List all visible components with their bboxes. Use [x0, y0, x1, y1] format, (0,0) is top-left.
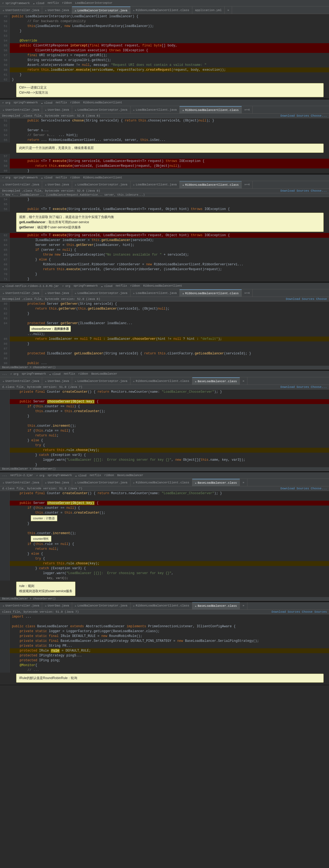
annotation-ctrl-hint: Ctrl+----进接口定义Ctrl+Alt--->实现方法	[16, 83, 324, 97]
code-line-59: 59 Assert.state(serviceName != null, mes…	[0, 63, 329, 67]
code-line-62: 62 }	[0, 77, 329, 82]
c6-306: }	[0, 521, 329, 526]
tab3-lbinterceptor[interactable]: ☕LoadBalancerInterceptor.java	[72, 181, 130, 189]
c5-312: return this.rule.choose(key);	[0, 448, 329, 453]
tab4-more[interactable]: »+4	[242, 289, 253, 297]
download-link-4[interactable]: Download Sources Choose	[286, 298, 327, 301]
c7-f9: // ...	[0, 668, 329, 673]
tab6-userctr[interactable]: ☕UserController.java	[0, 479, 42, 486]
section-1: ⚡ springFramework ☁ cloud netflix ribbon…	[0, 0, 329, 99]
download-link-7[interactable]: Download Sources Choose Sources	[271, 610, 327, 614]
tab3-lbclient[interactable]: ☕LoadBalancerClient.java	[130, 181, 180, 189]
tab-userdao[interactable]: ☕UserDao.java	[42, 6, 72, 14]
tab5-more[interactable]: »	[240, 377, 247, 385]
c3b-l67: 67 } else {	[0, 257, 329, 262]
tab4-lbclient[interactable]: ☕LoadBalancerClient.java	[130, 289, 180, 297]
c2b-l60: 60 }	[0, 168, 329, 173]
c7-f1: private static logger = LoggerFactory.ge…	[0, 629, 329, 634]
tab4-ribbonclient[interactable]: ☕RibbonLoadBalancerClient.class	[180, 289, 241, 297]
download-link-6[interactable]: Download Sources Choose...	[280, 487, 327, 490]
path-header-6: ... netflix-2.1jar ⚡ org springframework…	[0, 472, 329, 479]
code-line-50: 50 // For backwards compatibility	[0, 19, 329, 24]
tab5-userctr[interactable]: ☕UserController.java	[0, 377, 42, 385]
tab-bar-5: ☕UserController.java ☕UserDao.java ☕Load…	[0, 377, 329, 385]
code-line-61: 61 }	[0, 72, 329, 77]
tab3-ribbonclient[interactable]: ☕RibbonLoadBalancerClient.class	[180, 181, 241, 189]
status-bar-2: Decompiled .class file, bytecode version…	[0, 114, 329, 118]
c6-301: private final Counter createCounter() { …	[0, 491, 329, 496]
c5-302: public Server chooseServer(Object key) {	[0, 399, 329, 404]
c3b-l68: 68 RibbonLoadBalancerClient.RibbonServer…	[0, 262, 329, 267]
tab7-lbinterceptor[interactable]: ☕LoadBalancerInterceptor.java	[72, 602, 130, 610]
c5-305: }	[0, 414, 329, 418]
tab7-userctr[interactable]: ☕UserController.java	[0, 602, 42, 610]
c6-312: try {	[0, 556, 329, 561]
tab3-more[interactable]: »+4	[242, 181, 253, 189]
tab5-userdao[interactable]: ☕UserDao.java	[42, 377, 72, 385]
tab4-lbinterceptor[interactable]: ☕LoadBalancerInterceptor.java	[72, 289, 130, 297]
status-bar-4: Decompiled .class file, bytecode version…	[0, 297, 329, 302]
c6-308: this.counter.increment(); counter增长	[0, 531, 329, 542]
c2b-l58: 58 public <T> T execute(String serviceId…	[0, 159, 329, 163]
tab-more1[interactable]: »	[225, 6, 232, 14]
status-bar-6: d.class file, bytecode version: 51.0 (Ja…	[0, 486, 329, 491]
c4-l87: 87	[0, 346, 329, 351]
download-link-3[interactable]: Download Sources Choose...	[280, 189, 327, 192]
c7-f7: protected IPing ping;	[0, 658, 329, 663]
c4-l81: 81 return this.getServer(this.getLoadBal…	[0, 306, 329, 311]
c6-311: } else {	[0, 551, 329, 556]
tab4-userctr[interactable]: ☕UserController.java	[0, 289, 42, 297]
c5-315: }	[0, 462, 329, 467]
tab-bar-2: ☕UserController.java ☕UserDao.java ☕Load…	[0, 106, 329, 114]
tab-loadbalancerinterceptor[interactable]: ☕LoadBalancerInterceptor.java	[72, 6, 130, 14]
section-2: ⚡ org springframework ☁ cloud netflix ri…	[0, 100, 329, 174]
tab7-more[interactable]: »	[240, 602, 247, 610]
download-link-2[interactable]: Download Sources Choose...	[280, 114, 327, 117]
c5-311: try {	[0, 443, 329, 448]
code-line-55: 55 public ClientHttpResponse intercept(f…	[0, 43, 329, 48]
tab2-lbclient[interactable]: ☕LoadBalancerClient.java	[130, 106, 180, 114]
tab5-basebalancer[interactable]: ☕BaseLoadBalancer.class	[192, 377, 240, 385]
tab5-ribbonclient[interactable]: ☕RibbonLoadBalancerClient.class	[130, 377, 192, 385]
tab3-userctr[interactable]: ☕UserController.java	[0, 181, 42, 189]
c5-314: logger.warn("LoadBalancer [{}]: Error ch…	[0, 458, 329, 462]
c7-f2: private static final IRule DEFAULT_RULE …	[0, 634, 329, 639]
code-line-53: 53	[0, 33, 329, 38]
code-line-56: 56 ClientHttpRequestExecution execution)…	[0, 48, 329, 53]
tab-ribbonclient1[interactable]: ☕RibbonLoadBalancerClient.class	[130, 6, 192, 14]
c7-f5: protected IRule rule = DEFAULT_RULE;	[0, 648, 329, 653]
annotation-observe: 观察，细个方法获取 到了端口，就是在这个方法中实现了负载均衡 getLoadBa…	[16, 213, 324, 232]
tab3-userdao[interactable]: ☕UserDao.java	[42, 181, 72, 189]
tab-usercontroller[interactable]: ☕UserController.java	[0, 6, 42, 14]
download-link-5[interactable]: Download Sources Choose...	[280, 385, 327, 389]
code-area-4: 80 protected Server getServer(String ser…	[0, 302, 329, 366]
tab2-lbinterceptor[interactable]: ☕LoadBalancerInterceptor.java	[72, 106, 130, 114]
c6-313: return this.rule.choose(key);	[0, 561, 329, 566]
code-line-58: 58 String serviceName = originalUri.getH…	[0, 58, 329, 63]
tab6-basebalancer[interactable]: ☕BaseLoadBalancer.class	[192, 479, 240, 486]
tab2-userdao[interactable]: ☕UserDao.java	[42, 106, 72, 114]
tab7-userdao[interactable]: ☕UserDao.java	[42, 602, 72, 610]
tab2-userctr[interactable]: ☕UserController.java	[0, 106, 42, 114]
tab2-ribbonclient[interactable]: ☕RibbonLoadBalancerClient.class	[180, 106, 241, 114]
c3b-l70: 70 }	[0, 272, 329, 277]
tab2-more[interactable]: »+4	[242, 106, 253, 114]
code-area-2b: 57 58 public <T> T execute(String servic…	[0, 154, 329, 173]
tab-bar-1: ☕UserController.java ☕UserDao.java ☕Load…	[0, 6, 329, 14]
c7-f8: @Monitor{	[0, 663, 329, 668]
tab-appyml1[interactable]: application.yml	[192, 6, 225, 14]
tab7-ribbonclient[interactable]: ☕RibbonLoadBalancerClient.class	[130, 602, 192, 610]
code-area-3: 54 } 55 56 public <T> T execute(String s…	[0, 197, 329, 212]
tab5-lbinterceptor[interactable]: ☕LoadBalancerInterceptor.java	[72, 377, 130, 385]
path-header-3: ⚡ org springframework ☁ cloud netflix ri…	[0, 175, 329, 181]
breadcrumb-3: > New <... loadBalancer... (LoadBalancer…	[0, 193, 329, 197]
tab6-lbinterceptor[interactable]: ☕LoadBalancerInterceptor.java	[72, 479, 130, 486]
c7-class: public class BaseLoadBalancer extends Ab…	[0, 624, 329, 629]
tab7-basebalancer[interactable]: ☕BaseLoadBalancer.class	[192, 602, 240, 610]
tab4-userdao[interactable]: ☕UserDao.java	[42, 289, 72, 297]
tab6-more[interactable]: »	[240, 479, 247, 486]
code-area-2: 51 public ServiceInstance choose(String …	[0, 118, 329, 143]
tab6-userdao[interactable]: ☕UserDao.java	[42, 479, 72, 486]
tab6-ribbonclient[interactable]: ☕RibbonLoadBalancerClient.class	[130, 479, 192, 486]
tab-bar-7: ☕UserController.java ☕UserDao.java ☕Load…	[0, 602, 329, 610]
